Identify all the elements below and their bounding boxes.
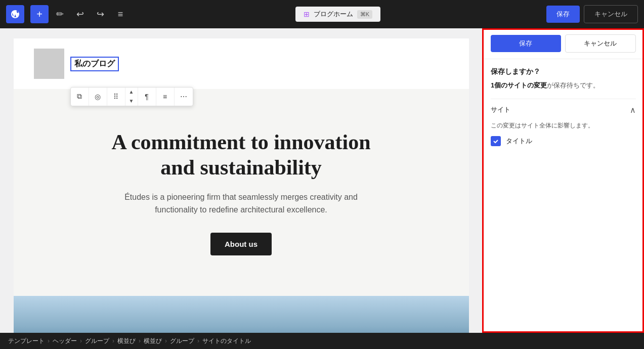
save-section-note: この変更はサイト全体に影響します。 xyxy=(491,121,636,130)
more-icon: ⋯ xyxy=(180,93,187,101)
breadcrumb-item-row1[interactable]: 横並び xyxy=(117,337,136,345)
block-copy-button[interactable]: ⧉ xyxy=(71,88,89,106)
redo-icon: ↪ xyxy=(97,9,104,20)
toolbar-cancel-button[interactable]: キャンセル xyxy=(584,5,638,23)
breadcrumb-item-group2[interactable]: グループ xyxy=(170,337,194,345)
toolbar-save-button[interactable]: 保存 xyxy=(546,6,580,23)
building-image xyxy=(14,296,469,333)
checkmark-icon xyxy=(493,138,499,144)
save-item-title: タイトル xyxy=(491,136,636,146)
save-section-header: サイト ∧ xyxy=(491,105,636,115)
breadcrumb-sep-2: › xyxy=(80,337,82,344)
toolbar-right: 保存 キャンセル xyxy=(546,5,638,23)
site-title-area: 私のブログ ⧉ ◎ ⠿ ▲ ▼ xyxy=(70,57,119,71)
undo-icon: ↩ xyxy=(76,9,84,20)
save-checkbox-title[interactable] xyxy=(491,136,501,146)
block-align-button[interactable]: ≡ xyxy=(156,88,175,106)
save-item-title-label: タイトル xyxy=(506,137,532,146)
breadcrumb-item-header[interactable]: ヘッダー xyxy=(53,337,77,345)
breadcrumb-item-group1[interactable]: グループ xyxy=(85,337,109,345)
breadcrumb: テンプレート › ヘッダー › グループ › 横並び › 横並び › グループ … xyxy=(0,333,644,349)
breadcrumb-item-row2[interactable]: 横並び xyxy=(144,337,162,345)
edit-button[interactable]: ✏ xyxy=(51,5,69,23)
block-more-button[interactable]: ⋯ xyxy=(175,88,193,106)
toolbar-left: + ✏ ↩ ↪ ≡ xyxy=(6,5,130,23)
canvas-area: 私のブログ ⧉ ◎ ⠿ ▲ ▼ xyxy=(0,28,482,333)
list-view-button[interactable]: ≡ xyxy=(111,5,130,23)
save-question: 保存しますか？ xyxy=(491,67,636,76)
site-content: 私のブログ ⧉ ◎ ⠿ ▲ ▼ xyxy=(14,38,469,333)
block-paragraph-button[interactable]: ¶ xyxy=(138,88,156,106)
breadcrumb-item-site-title[interactable]: サイトのタイトル xyxy=(202,337,251,345)
toolbar-center: ⊞ ブログホーム ⌘K xyxy=(132,7,544,22)
save-section-title: サイト xyxy=(491,105,510,114)
preview-button[interactable]: ⊞ ブログホーム ⌘K xyxy=(295,7,380,22)
breadcrumb-sep-1: › xyxy=(48,337,50,344)
block-stepper: ▲ ▼ xyxy=(125,88,138,106)
main-toolbar: + ✏ ↩ ↪ ≡ ⊞ ブログホーム ⌘K 保存 キャンセル xyxy=(0,0,644,28)
breadcrumb-item-template[interactable]: テンプレート xyxy=(8,337,45,345)
collapse-icon[interactable]: ∧ xyxy=(630,105,636,115)
save-panel-body: 保存しますか？ 1個のサイトの変更が保存待ちです。 サイト ∧ この変更はサイト… xyxy=(483,59,644,158)
wp-logo-icon xyxy=(10,9,20,19)
site-header: 私のブログ ⧉ ◎ ⠿ ▲ ▼ xyxy=(14,38,469,89)
block-location-button[interactable]: ◎ xyxy=(89,88,107,106)
align-icon: ≡ xyxy=(163,93,167,101)
redo-button[interactable]: ↪ xyxy=(91,5,109,23)
hero-cta-button[interactable]: About us xyxy=(210,233,272,255)
breadcrumb-sep-3: › xyxy=(112,337,114,344)
edit-icon: ✏ xyxy=(56,9,64,20)
add-block-button[interactable]: + xyxy=(30,5,49,23)
site-title[interactable]: 私のブログ xyxy=(70,57,119,71)
save-panel-header: 保存 キャンセル xyxy=(483,28,644,59)
save-panel-save-button[interactable]: 保存 xyxy=(491,35,561,52)
list-icon: ≡ xyxy=(118,9,123,20)
undo-button[interactable]: ↩ xyxy=(71,5,89,23)
move-icon: ⠿ xyxy=(113,93,118,101)
hero-section: A commitment to innovation and sustainab… xyxy=(14,89,469,296)
breadcrumb-sep-4: › xyxy=(139,337,141,344)
save-section-site: サイト ∧ この変更はサイト全体に影響します。 タイトル xyxy=(491,99,636,146)
grid-icon: ⊞ xyxy=(304,10,310,18)
block-toolbar: ⧉ ◎ ⠿ ▲ ▼ ¶ ≡ xyxy=(70,87,193,106)
stepper-up-button[interactable]: ▲ xyxy=(125,88,138,97)
paragraph-icon: ¶ xyxy=(145,93,149,101)
wordpress-logo[interactable] xyxy=(6,5,24,23)
hero-title: A commitment to innovation and sustainab… xyxy=(34,129,449,181)
copy-icon: ⧉ xyxy=(77,92,82,101)
breadcrumb-sep-6: › xyxy=(197,337,199,344)
site-logo xyxy=(34,49,64,79)
breadcrumb-sep-5: › xyxy=(165,337,167,344)
hero-subtitle: Études is a pioneering firm that seamles… xyxy=(115,191,368,216)
location-icon: ◎ xyxy=(95,93,101,101)
save-description: 1個のサイトの変更が保存待ちです。 xyxy=(491,80,636,91)
save-panel-cancel-button[interactable]: キャンセル xyxy=(565,34,636,53)
stepper-down-button[interactable]: ▼ xyxy=(125,97,138,106)
block-move-button[interactable]: ⠿ xyxy=(107,88,125,106)
save-panel: 保存 キャンセル 保存しますか？ 1個のサイトの変更が保存待ちです。 サイト ∧… xyxy=(482,28,644,333)
